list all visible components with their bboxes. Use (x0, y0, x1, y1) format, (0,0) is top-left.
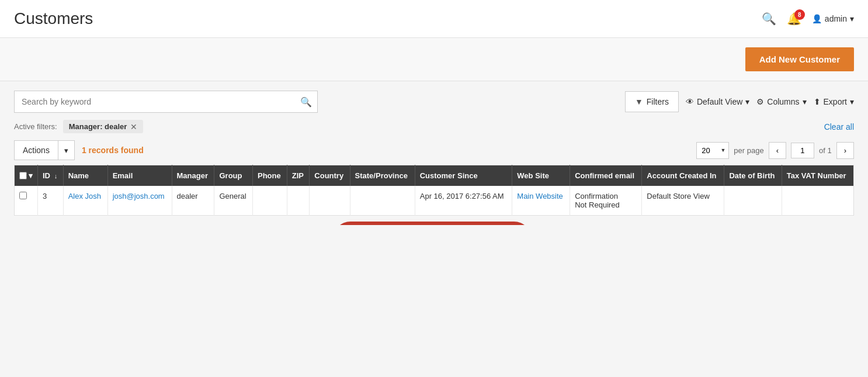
notification-button[interactable]: 🔔 8 (787, 12, 801, 26)
toolbar: Add New Customer (0, 38, 868, 81)
header-country[interactable]: Country (310, 165, 350, 186)
header-state[interactable]: State/Province (350, 165, 415, 186)
view-dropdown-arrow: ▾ (745, 97, 749, 106)
filters-label: Filters (647, 97, 669, 106)
notification-badge: 8 (794, 9, 805, 20)
row-tax-vat (782, 186, 853, 216)
export-button[interactable]: ⬆ Export ▾ (814, 97, 854, 106)
export-label: Export (824, 97, 847, 106)
row-checkbox-cell (15, 186, 38, 216)
header-checkbox-cell: ▾ (15, 165, 38, 186)
header-phone[interactable]: Phone (253, 165, 287, 186)
columns-dropdown-arrow: ▾ (803, 97, 807, 106)
row-account-created: Default Store View (642, 186, 724, 216)
actions-label: Actions (15, 141, 58, 160)
header-customer-since[interactable]: Customer Since (415, 165, 512, 186)
main-content: 🔍 ▼ Filters 👁 Default View ▾ ⚙ Columns ▾… (0, 81, 868, 225)
row-group: General (214, 186, 253, 216)
row-country (310, 186, 350, 216)
row-website: Main Website (512, 186, 570, 216)
clear-all-button[interactable]: Clear all (824, 122, 854, 132)
row-manager: dealer (172, 186, 214, 216)
table-row: 3 Alex Josh josh@josh.com dealer General… (15, 186, 854, 216)
eye-icon: 👁 (686, 97, 694, 106)
remove-filter-button[interactable]: ✕ (130, 123, 137, 131)
search-wrapper: 🔍 (14, 91, 318, 113)
customer-email-link[interactable]: josh@josh.com (113, 192, 165, 200)
per-page-select[interactable]: 20 50 100 (696, 142, 729, 159)
customers-table: ▾ ID ↓ Name Email Manager Group Phone ZI… (14, 165, 854, 216)
records-count: 1 records found (82, 146, 144, 155)
gear-icon: ⚙ (756, 97, 764, 106)
row-phone (253, 186, 287, 216)
user-label: admin (825, 14, 847, 23)
row-zip (287, 186, 310, 216)
header-zip[interactable]: ZIP (287, 165, 310, 186)
tooltip-bubble: You may filter customers by assigned man… (333, 222, 532, 225)
default-view-button[interactable]: 👁 Default View ▾ (686, 97, 749, 106)
tooltip-overlay: You may filter customers by assigned man… (333, 222, 532, 225)
row-email: josh@josh.com (107, 186, 172, 216)
header-actions: 🔍 🔔 8 👤 admin ▾ (762, 12, 854, 26)
columns-button[interactable]: ⚙ Columns ▾ (756, 97, 806, 106)
filters-button[interactable]: ▼ Filters (625, 91, 679, 112)
search-submit-icon[interactable]: 🔍 (300, 96, 312, 108)
header-confirmed-email[interactable]: Confirmed email (570, 165, 642, 186)
export-icon: ⬆ (814, 97, 821, 106)
user-menu-button[interactable]: 👤 admin ▾ (812, 14, 854, 23)
row-id: 3 (38, 186, 64, 216)
page-header: Customers 🔍 🔔 8 👤 admin ▾ (0, 0, 868, 38)
manager-filter-text: Manager: dealer (69, 122, 127, 131)
header-id[interactable]: ID ↓ (38, 165, 64, 186)
header-account-created[interactable]: Account Created In (642, 165, 724, 186)
page-title: Customers (14, 9, 93, 28)
pagination: 20 50 100 per page ‹ of 1 › (696, 142, 854, 159)
header-group[interactable]: Group (214, 165, 253, 186)
select-all-checkbox[interactable] (19, 172, 27, 179)
next-page-button[interactable]: › (836, 142, 854, 159)
table-header-row: ▾ ID ↓ Name Email Manager Group Phone ZI… (15, 165, 854, 186)
header-name[interactable]: Name (63, 165, 107, 186)
row-customer-since: Apr 16, 2017 6:27:56 AM (415, 186, 512, 216)
header-email[interactable]: Email (107, 165, 172, 186)
website-link[interactable]: Main Website (517, 192, 563, 200)
records-bar: Actions ▾ 1 records found 20 50 100 per … (14, 140, 854, 160)
row-confirmed-email: ConfirmationNot Required (570, 186, 642, 216)
table-body: 3 Alex Josh josh@josh.com dealer General… (15, 186, 854, 216)
search-input[interactable] (14, 91, 318, 113)
prev-page-button[interactable]: ‹ (769, 142, 786, 159)
row-state (350, 186, 415, 216)
id-sort-icon: ↓ (54, 172, 58, 179)
per-page-wrapper: 20 50 100 (696, 142, 729, 159)
row-dob (724, 186, 782, 216)
active-filters-bar: Active filters: Manager: dealer ✕ Clear … (14, 120, 854, 133)
header-checkbox-arrow[interactable]: ▾ (29, 171, 33, 180)
export-dropdown-arrow: ▾ (850, 97, 854, 106)
header-dob[interactable]: Date of Birth (724, 165, 782, 186)
header-manager[interactable]: Manager (172, 165, 214, 186)
page-input[interactable] (791, 143, 814, 158)
manager-filter-tag: Manager: dealer ✕ (63, 120, 144, 133)
customer-name-link[interactable]: Alex Josh (68, 192, 101, 200)
header-tax-vat[interactable]: Tax VAT Number (782, 165, 853, 186)
filter-icon: ▼ (635, 97, 643, 106)
search-filter-bar: 🔍 ▼ Filters 👁 Default View ▾ ⚙ Columns ▾… (14, 91, 854, 113)
row-name: Alex Josh (63, 186, 107, 216)
active-filters-label: Active filters: (14, 122, 57, 131)
default-view-label: Default View (697, 97, 742, 106)
row-checkbox[interactable] (19, 192, 27, 199)
page-of-label: of 1 (819, 146, 832, 155)
columns-label: Columns (767, 97, 799, 106)
actions-dropdown: Actions ▾ (14, 140, 75, 160)
header-website[interactable]: Web Site (512, 165, 570, 186)
actions-dropdown-arrow[interactable]: ▾ (58, 141, 74, 160)
header-search-button[interactable]: 🔍 (762, 12, 776, 26)
add-new-customer-button[interactable]: Add New Customer (745, 47, 854, 71)
per-page-label: per page (734, 146, 763, 155)
user-dropdown-arrow: ▾ (850, 14, 854, 23)
user-icon: 👤 (812, 14, 822, 23)
